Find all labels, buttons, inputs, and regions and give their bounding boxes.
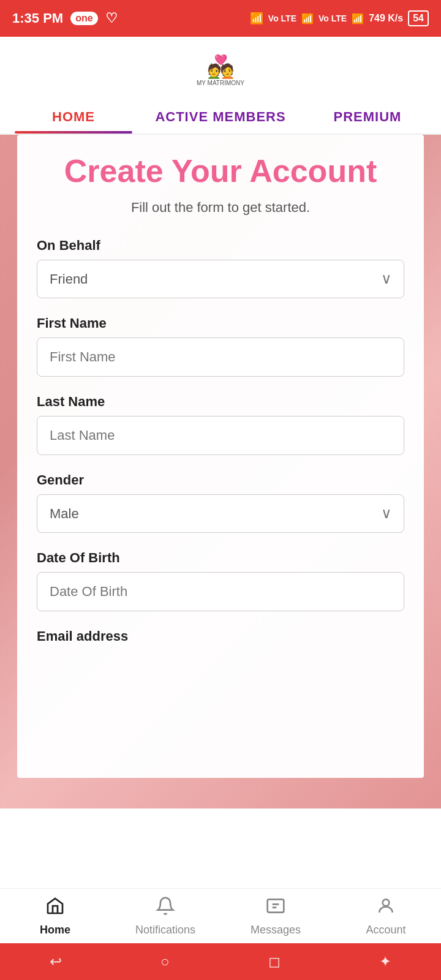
svg-rect-0 (268, 899, 284, 912)
logo-area: 💑 MY MATRIMONY (0, 37, 441, 98)
on-behalf-select[interactable]: Friend Myself Son Daughter Brother Siste… (37, 260, 404, 298)
first-name-input[interactable] (37, 337, 404, 377)
tab-home[interactable]: HOME (0, 98, 147, 134)
bottom-nav-home-label: Home (40, 924, 70, 937)
tab-active-members[interactable]: ACTIVE MEMBERS (147, 98, 294, 134)
signal1-icon: 📶 (301, 13, 314, 24)
signal2-icon: 📶 (352, 13, 364, 24)
svg-point-1 (383, 899, 390, 906)
notifications-icon (156, 896, 175, 920)
tab-premium[interactable]: PREMIUM (294, 98, 441, 134)
wifi-icon: 📶 (250, 12, 263, 25)
gender-label: Gender (37, 472, 404, 488)
main-content: Create Your Account Fill out the form to… (0, 135, 441, 809)
one-badge: one (70, 12, 97, 25)
last-name-label: Last Name (37, 394, 404, 410)
gender-select[interactable]: Male Female (37, 494, 404, 533)
on-behalf-label: On Behalf (37, 238, 404, 254)
messages-icon (266, 896, 285, 920)
logo-text: MY MATRIMONY (197, 80, 244, 87)
form-subtitle: Fill out the form to get started. (37, 200, 404, 216)
back-button[interactable]: ↩ (50, 953, 62, 970)
bottom-nav-messages-label: Messages (251, 924, 301, 937)
home-button[interactable]: ○ (160, 953, 170, 970)
top-nav: HOME ACTIVE MEMBERS PREMIUM (0, 98, 441, 135)
gender-wrapper: Male Female ∨ (37, 494, 404, 533)
form-card: Create Your Account Fill out the form to… (17, 135, 424, 778)
on-behalf-wrapper: Friend Myself Son Daughter Brother Siste… (37, 260, 404, 298)
location-icon: ♡ (105, 10, 118, 26)
form-title: Create Your Account (37, 153, 404, 190)
status-left: 1:35 PM one ♡ (12, 10, 118, 26)
dob-label: Date Of Birth (37, 550, 404, 566)
recents-button[interactable]: ◻ (268, 953, 281, 970)
bottom-nav-home[interactable]: Home (0, 889, 110, 943)
bottom-nav-account[interactable]: Account (331, 889, 441, 943)
account-icon (376, 896, 396, 920)
assist-button[interactable]: ✦ (379, 953, 391, 970)
dob-group: Date Of Birth (37, 550, 404, 611)
bottom-nav-notifications[interactable]: Notifications (110, 889, 221, 943)
gender-group: Gender Male Female ∨ (37, 472, 404, 533)
bottom-nav-account-label: Account (366, 924, 405, 937)
last-name-input[interactable] (37, 416, 404, 455)
dob-input[interactable] (37, 572, 404, 611)
last-name-group: Last Name (37, 394, 404, 455)
email-label: Email address (37, 628, 404, 644)
battery: 54 (408, 10, 429, 26)
speed: 749 K/s (369, 13, 403, 24)
on-behalf-group: On Behalf Friend Myself Son Daughter Bro… (37, 238, 404, 298)
first-name-label: First Name (37, 315, 404, 331)
status-right: 📶 Vo LTE 📶 Vo LTE 📶 749 K/s 54 (250, 10, 429, 26)
android-nav: ↩ ○ ◻ ✦ (0, 943, 441, 980)
lte1-label: Vo LTE (268, 13, 296, 23)
time: 1:35 PM (12, 10, 63, 26)
bottom-nav: Home Notifications Messages Acco (0, 888, 441, 943)
status-bar: 1:35 PM one ♡ 📶 Vo LTE 📶 Vo LTE 📶 749 K/… (0, 0, 441, 37)
bottom-nav-notifications-label: Notifications (135, 924, 195, 937)
first-name-group: First Name (37, 315, 404, 377)
bottom-nav-messages[interactable]: Messages (221, 889, 331, 943)
home-icon (45, 896, 65, 920)
email-group: Email address (37, 628, 404, 644)
lte2-label: Vo LTE (318, 13, 347, 23)
logo-icon: 💑 (207, 54, 235, 80)
logo: 💑 MY MATRIMONY (196, 52, 245, 89)
